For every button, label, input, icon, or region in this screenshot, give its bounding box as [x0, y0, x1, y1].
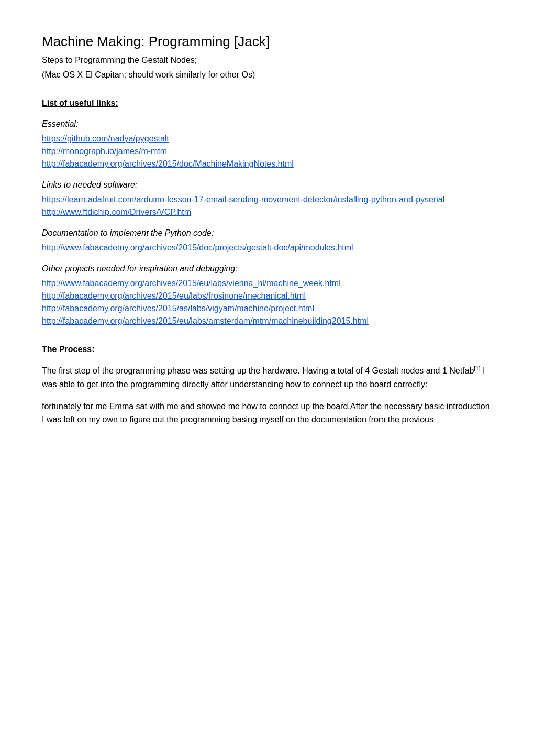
page-subtitle-2: (Mac OS X El Capitan; should work simila…	[42, 69, 492, 81]
other-projects-label: Other projects needed for inspiration an…	[42, 262, 492, 275]
essential-label: Essential:	[42, 118, 492, 130]
other-project-link-2[interactable]: http://fabacademy.org/archives/2015/eu/l…	[42, 290, 492, 302]
software-block: Links to needed software: https://learn.…	[42, 179, 492, 218]
essential-link-1[interactable]: https://github.com/nadya/pygestalt	[42, 133, 492, 145]
other-project-link-1[interactable]: http://www.fabacademy.org/archives/2015/…	[42, 277, 492, 290]
useful-links-heading: List of useful links:	[42, 97, 492, 109]
process-paragraph-1: The first step of the programming phase …	[42, 364, 492, 391]
process-paragraph-2: fortunately for me Emma sat with me and …	[42, 400, 492, 426]
software-link-1[interactable]: https://learn.adafruit.com/arduino-lesso…	[42, 193, 492, 206]
documentation-link-1[interactable]: http://www.fabacademy.org/archives/2015/…	[42, 242, 492, 254]
software-label: Links to needed software:	[42, 179, 492, 191]
useful-links-section: List of useful links: Essential: https:/…	[42, 97, 492, 327]
essential-link-2[interactable]: http://monograph.io/james/m-mtm	[42, 145, 492, 158]
essential-link-3[interactable]: http://fabacademy.org/archives/2015/doc/…	[42, 158, 492, 170]
process-section: The Process: The first step of the progr…	[42, 343, 492, 426]
documentation-label: Documentation to implement the Python co…	[42, 227, 492, 239]
footnote-1: [1]	[474, 365, 480, 371]
process-heading: The Process:	[42, 343, 492, 356]
essential-block: Essential: https://github.com/nadya/pyge…	[42, 118, 492, 170]
software-link-2[interactable]: http://www.ftdichip.com/Drivers/VCP.htm	[42, 206, 492, 218]
process-text-1: The first step of the programming phase …	[42, 366, 474, 375]
other-project-link-4[interactable]: http://fabacademy.org/archives/2015/eu/l…	[42, 315, 492, 327]
documentation-block: Documentation to implement the Python co…	[42, 227, 492, 254]
other-projects-block: Other projects needed for inspiration an…	[42, 262, 492, 327]
page-subtitle-1: Steps to Programming the Gestalt Nodes;	[42, 54, 492, 67]
other-project-link-3[interactable]: http://fabacademy.org/archives/2015/as/l…	[42, 302, 492, 315]
page-title: Machine Making: Programming [Jack]	[42, 31, 492, 52]
